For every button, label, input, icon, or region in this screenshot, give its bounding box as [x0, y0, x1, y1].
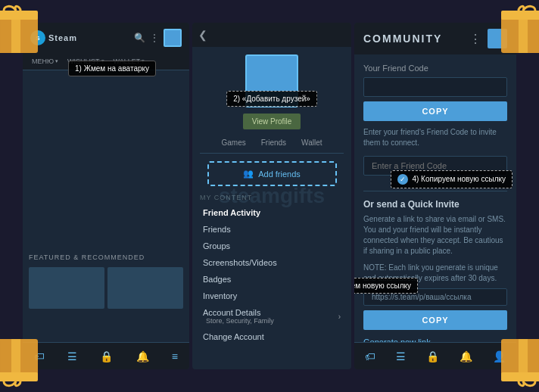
featured-section: FEATURED & RECOMMENDED	[23, 250, 189, 312]
add-friends-label: Add friends	[258, 170, 301, 179]
profile-content: 2) «Добавить друзей» View Profile Games …	[192, 47, 351, 369]
menu-friends[interactable]: Friends	[200, 221, 344, 238]
view-profile-button[interactable]: View Profile	[243, 114, 301, 129]
tab-games[interactable]: Games	[218, 137, 248, 148]
friend-code-input[interactable]	[363, 77, 507, 97]
list-bottom-icon[interactable]: ☰	[67, 350, 77, 362]
profile-tabs: Games Friends Wallet	[200, 137, 344, 154]
menu-bottom-icon[interactable]: ≡	[172, 350, 178, 362]
featured-item-2	[107, 267, 183, 309]
menu-change-account[interactable]: Change Account	[200, 328, 344, 345]
profile-header: ❮	[192, 23, 351, 47]
friend-code-hint: Enter your friend's Friend Code to invit…	[363, 127, 507, 148]
user-avatar[interactable]	[164, 29, 182, 47]
friend-code-section: Your Friend Code COPY Enter your friend'…	[363, 64, 507, 180]
back-button[interactable]: ❮	[198, 29, 207, 41]
more-icon[interactable]: ⋮	[150, 33, 159, 43]
middle-panel: ❮ 2) «Добавить друзей» View Profile Game…	[192, 23, 351, 369]
community-tag-icon[interactable]: 🏷	[365, 350, 375, 362]
tab-wallet[interactable]: Wallet	[298, 137, 325, 148]
shield-bottom-icon[interactable]: 🔒	[100, 350, 113, 362]
svg-rect-5	[519, 11, 528, 53]
community-content: Your Friend Code COPY Enter your friend'…	[354, 54, 516, 342]
menu-badges[interactable]: Badges	[200, 271, 344, 288]
quick-invite-title: Or send a Quick Invite	[363, 199, 507, 210]
main-container: S Steam 🔍 ⋮ МЕНЮ ▾ WISHLIST ▾ WALLET ▾	[23, 23, 516, 369]
right-panel: COMMUNITY ⋮ Your Friend Code COPY Enter …	[354, 23, 516, 369]
friend-code-label: Your Friend Code	[363, 64, 507, 73]
divider	[363, 191, 507, 191]
community-title: COMMUNITY	[363, 33, 442, 45]
tab-friends[interactable]: Friends	[258, 137, 289, 148]
menu-account[interactable]: Account Details Store, Security, Family …	[200, 304, 344, 328]
community-bell-icon[interactable]: 🔔	[460, 350, 472, 362]
featured-item-1	[29, 267, 104, 309]
copy-button-2[interactable]: COPY	[363, 310, 507, 330]
menu-groups[interactable]: Groups	[200, 238, 344, 254]
search-icon[interactable]: 🔍	[134, 33, 145, 43]
menu-inventory[interactable]: Inventory	[200, 288, 344, 304]
svg-rect-2	[11, 11, 20, 53]
left-panel: S Steam 🔍 ⋮ МЕНЮ ▾ WISHLIST ▾ WALLET ▾	[23, 23, 189, 369]
left-content: FEATURED & RECOMMENDED	[23, 70, 189, 342]
arrow-icon: ›	[338, 313, 341, 321]
generate-link-button[interactable]: Generate new link	[363, 336, 431, 342]
menu-friend-activity[interactable]: Friend Activity	[200, 204, 344, 221]
tooltip-add-friends: 2) «Добавить друзей»	[226, 91, 317, 107]
quick-invite-section: Or send a Quick Invite Generate a link t…	[363, 199, 507, 342]
add-friends-icon: 👥	[243, 169, 254, 179]
community-shield-icon[interactable]: 🔒	[426, 350, 439, 362]
featured-grid	[23, 264, 189, 312]
add-friends-button[interactable]: 👥 Add friends	[207, 161, 337, 186]
menu-items: Friend Activity Friends Groups Screensho…	[200, 204, 344, 345]
svg-rect-11	[519, 339, 528, 381]
svg-rect-8	[11, 339, 20, 381]
menu-screenshots[interactable]: Screenshots/Videos	[200, 254, 344, 271]
tooltip-generate-link: 3) Создаем новую ссылку	[354, 278, 418, 294]
quick-invite-desc: Generate a link to share via email or SM…	[363, 214, 507, 257]
tooltip-copy-link: ✓ 4) Копируем новую ссылку	[391, 170, 513, 188]
my-content-label: MY CONTENT	[200, 194, 252, 201]
featured-label: FEATURED & RECOMMENDED	[23, 250, 189, 264]
header-icons: 🔍 ⋮	[134, 29, 182, 47]
check-icon: ✓	[397, 174, 408, 185]
copy-button-1[interactable]: COPY	[363, 101, 507, 121]
bell-bottom-icon[interactable]: 🔔	[136, 350, 149, 362]
community-list-icon[interactable]: ☰	[396, 350, 406, 362]
tooltip-avatar: 1) Жмем на аватарку	[68, 61, 156, 76]
